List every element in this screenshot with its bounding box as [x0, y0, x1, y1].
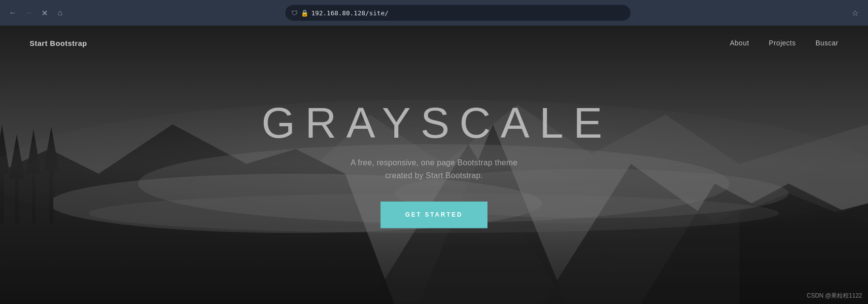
navbar-nav: About Projects Buscar	[730, 39, 838, 47]
home-button[interactable]: ⌂	[53, 6, 67, 20]
watermark: CSDN @果粒程1122	[807, 292, 862, 300]
forward-button[interactable]: →	[22, 6, 35, 20]
get-started-button[interactable]: GET STARTED	[381, 202, 487, 228]
back-button[interactable]: ←	[6, 6, 20, 20]
lock-icon: 🔒	[301, 9, 309, 17]
website-content: Start Bootstrap About Projects Buscar GR…	[0, 26, 868, 304]
browser-nav-buttons: ← → ✕ ⌂	[6, 6, 67, 20]
hero-subtitle: A free, responsive, one page Bootstrap t…	[262, 156, 607, 182]
hero-subtitle-line2: created by Start Bootstrap.	[385, 171, 483, 180]
reload-button[interactable]: ✕	[37, 6, 51, 20]
navbar-brand[interactable]: Start Bootstrap	[30, 39, 87, 47]
browser-right-icons: ☆	[848, 6, 862, 20]
url-text: 192.168.80.128/site/	[312, 9, 389, 17]
nav-link-about[interactable]: About	[730, 39, 749, 47]
navbar: Start Bootstrap About Projects Buscar	[0, 26, 868, 60]
nav-link-buscar[interactable]: Buscar	[815, 39, 838, 47]
nav-link-projects[interactable]: Projects	[769, 39, 796, 47]
hero-subtitle-line1: A free, responsive, one page Bootstrap t…	[350, 158, 518, 167]
shield-icon: 🛡	[291, 9, 298, 17]
browser-chrome: ← → ✕ ⌂ 🛡 🔒 192.168.80.128/site/ ☆	[0, 0, 868, 26]
bookmark-button[interactable]: ☆	[848, 6, 862, 20]
address-bar[interactable]: 🛡 🔒 192.168.80.128/site/	[285, 5, 630, 21]
hero-title: GRAYSCALE	[262, 101, 607, 145]
hero-content: GRAYSCALE A free, responsive, one page B…	[262, 101, 607, 228]
